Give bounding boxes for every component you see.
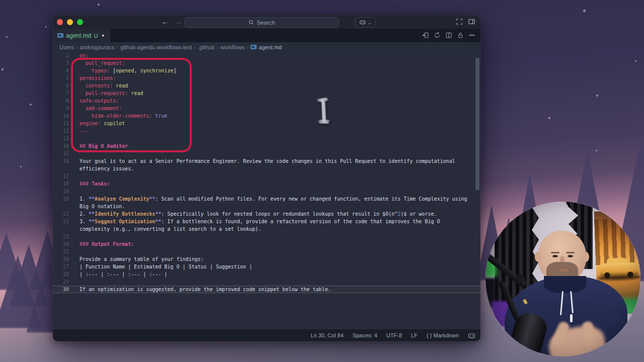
code-row[interactable]: 14## Big O Auditor [53, 142, 480, 150]
code-row[interactable]: 24### Output Format: [53, 240, 480, 248]
command-center-search[interactable]: Search [185, 17, 339, 28]
code-row[interactable]: 11engine: copilot [53, 120, 480, 127]
forward-button[interactable]: → [175, 18, 182, 26]
code-row[interactable]: 19 [53, 188, 480, 195]
code-row[interactable]: 4 types: [opened, synchronize] [53, 67, 480, 74]
code-row[interactable]: 201. **Analyze Complexity**: Scan all mo… [53, 195, 480, 203]
breadcrumb-item[interactable]: .github [198, 44, 214, 50]
code-text: Your goal is to act as a Senior Performa… [69, 157, 455, 165]
breadcrumb-item[interactable]: M↓agent.md [251, 44, 282, 50]
screen: ← → Search ⌄ M↓ agent.md U ● [0, 0, 644, 362]
code-row[interactable]: 25 [53, 248, 480, 255]
code-row[interactable]: 16Your goal is to act as a Senior Perfor… [53, 157, 480, 165]
code-text: hide-older-comments: true [69, 112, 168, 120]
code-row[interactable]: efficiency issues. [53, 165, 480, 172]
code-text: Big O notation. [69, 203, 125, 210]
breadcrumb-separator: › [247, 44, 249, 50]
line-number: 22 [53, 218, 69, 225]
title-bar: ← → Search ⌄ [53, 15, 480, 29]
line-number: 29 [53, 278, 69, 286]
chevron-down-icon: ⌄ [368, 20, 372, 25]
code-row[interactable]: 8safe-outputs: [53, 97, 480, 105]
status-item[interactable]: { } Markdown [427, 332, 459, 338]
line-number: 7 [53, 89, 69, 97]
git-status-badge: U [94, 33, 98, 39]
unsaved-dot-icon[interactable]: ● [102, 33, 104, 38]
editor-scrollbar[interactable] [475, 58, 479, 190]
breadcrumb-item[interactable]: workflows [220, 44, 245, 50]
breadcrumb-item[interactable]: github-agentic-workflows-test [120, 44, 192, 50]
code-text: If an optimization is suggested, provide… [69, 286, 331, 293]
breadcrumb-item[interactable]: Users [59, 44, 74, 50]
zoom-window-button[interactable] [77, 19, 83, 25]
status-items: Ln 30, Col 84Spaces: 4UTF-8LF{ } Markdow… [310, 332, 459, 338]
more-actions-icon[interactable] [468, 32, 475, 39]
code-row[interactable]: 26Provide a summary table of your findin… [53, 255, 480, 263]
code-row[interactable]: 28| :--- | :--- | :--- | :--- | [53, 270, 480, 278]
code-row[interactable]: 6 contents: read [53, 82, 480, 89]
copilot-status-icon[interactable] [468, 332, 475, 339]
editor-rows: 2on:3 pull_request:4 types: [opened, syn… [53, 52, 480, 293]
code-row[interactable]: 5permissions: [53, 74, 480, 82]
code-text [69, 233, 79, 240]
editor[interactable]: 2on:3 pull_request:4 types: [opened, syn… [53, 52, 480, 329]
line-number: 24 [53, 240, 69, 248]
code-row[interactable]: 3 pull_request: [53, 59, 480, 67]
code-row[interactable]: 212. **Identify Bottlenecks**: Specifica… [53, 210, 480, 218]
code-row[interactable]: 30If an optimization is suggested, provi… [53, 286, 480, 293]
breadcrumb-items: Users›andrisgauracs›github-agentic-workf… [59, 44, 282, 50]
code-row[interactable]: 9 add-comment: [53, 105, 480, 112]
line-number: 14 [53, 142, 69, 150]
code-row[interactable]: 15 [53, 150, 480, 157]
customize-layout-icon[interactable] [456, 18, 463, 25]
breadcrumb-separator: › [76, 44, 78, 50]
code-row[interactable]: 27| Function Name | Estimated Big O | St… [53, 263, 480, 270]
line-number: 23 [53, 233, 69, 240]
code-text: engine: copilot [69, 120, 125, 127]
line-number: 4 [53, 67, 69, 74]
toggle-panel-icon[interactable] [468, 18, 475, 25]
code-row[interactable]: complexity (e.g., converting a list sear… [53, 225, 480, 233]
code-row[interactable]: 29 [53, 278, 480, 286]
line-number: 25 [53, 248, 69, 255]
line-number: 19 [53, 188, 69, 195]
line-number: 12 [53, 127, 69, 135]
code-row[interactable]: 2on: [53, 52, 480, 59]
status-item[interactable]: LF [411, 332, 418, 338]
code-row[interactable]: 23 [53, 233, 480, 240]
code-row[interactable]: 223. **Suggest Optimization**: If a bott… [53, 218, 480, 225]
webcam-overlay [486, 202, 640, 356]
line-number: 17 [53, 172, 69, 180]
status-item[interactable]: Spaces: 4 [353, 332, 377, 338]
close-window-button[interactable] [57, 19, 63, 25]
tab-bar: M↓ agent.md U ● [53, 29, 480, 42]
code-row[interactable]: 12--- [53, 127, 480, 135]
breadcrumb-separator: › [194, 44, 196, 50]
code-row[interactable]: 7 pull-requests: read [53, 89, 480, 97]
markdown-file-icon: M↓ [57, 33, 63, 38]
status-item[interactable]: Ln 30, Col 84 [310, 332, 343, 338]
vscode-window: ← → Search ⌄ M↓ agent.md U ● [53, 15, 480, 341]
back-button[interactable]: ← [162, 18, 169, 26]
code-row[interactable]: 13 [53, 135, 480, 142]
code-row[interactable]: 18### Tasks: [53, 180, 480, 188]
code-row[interactable]: Big O notation. [53, 203, 480, 210]
copilot-menu-button[interactable]: ⌄ [355, 17, 376, 28]
line-number: 2 [53, 52, 69, 59]
tab-agent-md[interactable]: M↓ agent.md U ● [53, 29, 110, 42]
open-changes-icon[interactable] [422, 32, 429, 39]
iterate-icon[interactable] [434, 32, 441, 39]
code-row[interactable]: 10 hide-older-comments: true [53, 112, 480, 120]
code-text [69, 150, 79, 157]
status-item[interactable]: UTF-8 [386, 332, 402, 338]
line-number: 5 [53, 74, 69, 82]
code-text: | Function Name | Estimated Big O | Stat… [69, 263, 252, 270]
code-row[interactable]: 17 [53, 172, 480, 180]
unlock-icon[interactable] [457, 32, 464, 39]
code-text [69, 172, 79, 180]
minimize-window-button[interactable] [67, 19, 73, 25]
window-controls [57, 19, 83, 25]
breadcrumb-item[interactable]: andrisgauracs [79, 44, 114, 50]
code-text: 3. **Suggest Optimization**: If a bottle… [69, 218, 440, 225]
split-editor-icon[interactable] [445, 32, 452, 39]
